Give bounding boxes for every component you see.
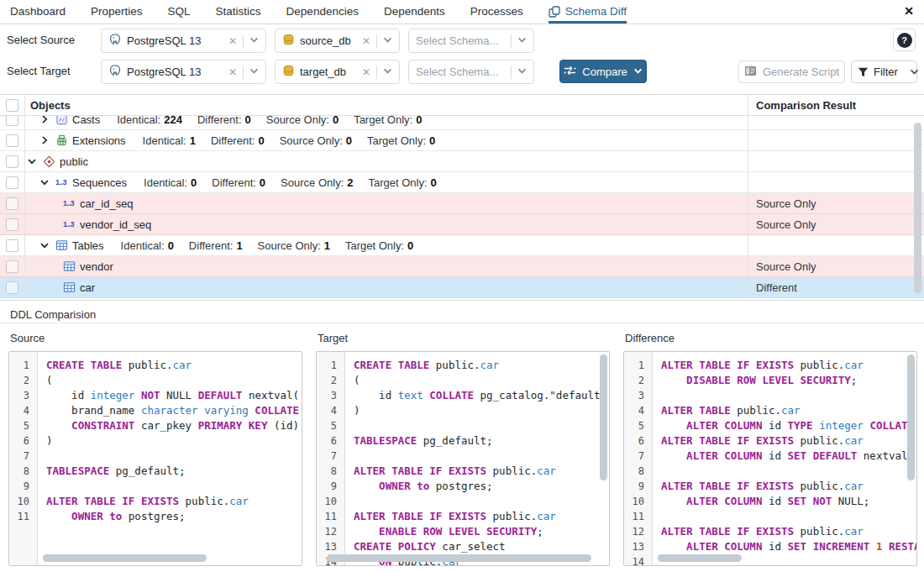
row-checkbox[interactable] <box>6 155 18 168</box>
tab-properties[interactable]: Properties <box>91 0 143 24</box>
tree-vertical-scrollbar[interactable] <box>914 123 921 293</box>
horizontal-scrollbar[interactable] <box>658 554 742 562</box>
tree-row[interactable]: 1..3SequencesIdentical:0Different:0Sourc… <box>0 172 924 193</box>
code-line <box>354 418 609 433</box>
tree-row[interactable]: CastsIdentical:224Different:0Source Only… <box>0 116 924 130</box>
chevron-down-icon[interactable] <box>28 157 43 165</box>
target-database-select[interactable]: target_db ✕ <box>275 60 400 84</box>
tab-label: Dashboard <box>10 5 66 18</box>
code-line: ALTER TABLE IF EXISTS public.car <box>46 494 302 509</box>
chevron-down-icon[interactable] <box>383 34 392 47</box>
target-server-select[interactable]: PostgreSQL 13 ✕ <box>101 60 266 84</box>
schema-diff-panel: DashboardPropertiesSQLStatisticsDependen… <box>0 0 924 572</box>
chevron-down-icon[interactable] <box>40 178 55 186</box>
target-schema-select[interactable]: Select Schema... <box>408 60 534 84</box>
compare-icon <box>564 66 576 78</box>
row-checkbox[interactable] <box>6 239 18 252</box>
row-checkbox[interactable] <box>6 134 18 147</box>
tab-dependencies[interactable]: Dependencies <box>286 0 359 24</box>
tree-row[interactable]: TablesIdentical:0Different:1Source Only:… <box>0 235 924 256</box>
chevron-down-icon[interactable] <box>910 67 919 76</box>
script-icon <box>744 66 757 79</box>
chevron-down-icon[interactable] <box>249 34 259 47</box>
schema-icon <box>43 155 60 168</box>
row-checkbox[interactable] <box>6 260 18 273</box>
tree-row[interactable]: 1..3vendor_id_seqSource Only <box>0 214 924 235</box>
tree-row[interactable]: carDifferent <box>0 277 924 298</box>
close-icon[interactable]: ✕ <box>904 4 914 18</box>
chevron-down-icon[interactable] <box>40 241 55 249</box>
tab-schema-diff[interactable]: Schema Diff <box>549 0 627 24</box>
code-line: ALTER COLUMN id SET NOT NULL; <box>661 494 916 509</box>
compare-label: Compare <box>582 66 627 78</box>
source-server-value: PostgreSQL 13 <box>127 34 201 47</box>
compare-button[interactable]: Compare <box>559 60 647 83</box>
source-schema-select[interactable]: Select Schema... <box>408 29 534 53</box>
target-panel-title: Target <box>318 332 348 344</box>
objects-column-header: Objects <box>30 99 71 112</box>
row-checkbox[interactable] <box>6 176 18 189</box>
chevron-right-icon[interactable] <box>40 136 55 144</box>
row-checkbox[interactable] <box>6 218 18 231</box>
row-checkbox[interactable] <box>6 281 18 294</box>
stat-source-only: Source Only:1 <box>258 239 330 252</box>
code-line: ALTER COLUMN id SET DEFAULT nextval(' <box>661 449 916 464</box>
chevron-down-icon[interactable] <box>249 66 259 78</box>
tab-processes[interactable]: Processes <box>470 0 523 24</box>
row-checkbox[interactable] <box>6 116 18 126</box>
tree-row-label: public <box>60 155 88 168</box>
clear-icon[interactable]: ✕ <box>228 35 237 47</box>
generate-script-button[interactable]: Generate Script <box>738 60 845 83</box>
stat-different: Different:1 <box>189 239 243 252</box>
target-ddl-editor[interactable]: 1234567891011121314CREATE TABLE public.c… <box>316 351 610 566</box>
tab-sql[interactable]: SQL <box>168 0 191 24</box>
tab-statistics[interactable]: Statistics <box>216 0 261 24</box>
code-line: TABLESPACE pg_default; <box>354 433 609 449</box>
tree-row-label: Sequences <box>72 176 127 189</box>
chevron-right-icon[interactable] <box>40 116 55 123</box>
source-database-select[interactable]: source_db ✕ <box>275 29 400 53</box>
clear-icon[interactable]: ✕ <box>228 66 237 78</box>
filter-button[interactable]: Filter <box>851 60 917 83</box>
comparison-grid: Objects Comparison Result CastsIdentical… <box>0 94 924 301</box>
stat-different: Different:0 <box>211 134 265 147</box>
tab-dependents[interactable]: Dependents <box>384 0 445 24</box>
code-line: DISABLE ROW LEVEL SECURITY; <box>661 373 916 388</box>
tree-row[interactable]: ExtensionsIdentical:1Different:0Source O… <box>0 130 924 151</box>
grid-rows: CastsIdentical:224Different:0Source Only… <box>0 116 924 301</box>
clear-icon[interactable]: ✕ <box>362 35 370 47</box>
row-checkbox[interactable] <box>6 197 18 210</box>
source-server-select[interactable]: PostgreSQL 13 ✕ <box>101 29 266 53</box>
help-button[interactable]: ? <box>893 29 916 51</box>
tree-row-label: car_id_seq <box>80 197 134 210</box>
tab-label: Processes <box>470 5 523 18</box>
tree-row-label: vendor_id_seq <box>80 218 151 231</box>
help-icon: ? <box>897 33 912 48</box>
code-line <box>46 449 302 464</box>
chevron-down-icon[interactable] <box>633 66 643 78</box>
code-line: CREATE TABLE public.car <box>354 358 609 373</box>
select-all-checkbox[interactable] <box>6 99 18 112</box>
tab-dashboard[interactable]: Dashboard <box>10 0 66 24</box>
clear-icon[interactable]: ✕ <box>362 66 370 78</box>
code-line: ALTER COLUMN id TYPE integer COLLATE <box>661 418 916 433</box>
generate-script-label: Generate Script <box>763 66 839 78</box>
difference-ddl-editor[interactable]: 1234567891011121314ALTER TABLE IF EXISTS… <box>623 351 917 566</box>
vertical-scrollbar[interactable] <box>600 354 607 480</box>
source-ddl-editor[interactable]: 1234567891011CREATE TABLE public.car( id… <box>8 351 302 566</box>
postgresql-icon <box>108 64 122 80</box>
tree-row[interactable]: vendorSource Only <box>0 256 924 277</box>
code-line <box>46 479 302 494</box>
vertical-scrollbar[interactable] <box>907 354 915 480</box>
horizontal-scrollbar[interactable] <box>43 554 207 562</box>
horizontal-scrollbar[interactable] <box>327 554 591 562</box>
stat-target-only: Target Only:0 <box>345 239 413 252</box>
table-icon <box>63 260 80 272</box>
tree-row[interactable]: public <box>0 151 924 172</box>
sequence-icon: 1..3 <box>63 199 80 207</box>
chevron-down-icon[interactable] <box>517 66 527 78</box>
chevron-down-icon[interactable] <box>517 34 527 47</box>
tree-row[interactable]: 1..3car_id_seqSource Only <box>0 193 924 214</box>
code-line: ) <box>354 403 609 418</box>
chevron-down-icon[interactable] <box>383 66 392 78</box>
